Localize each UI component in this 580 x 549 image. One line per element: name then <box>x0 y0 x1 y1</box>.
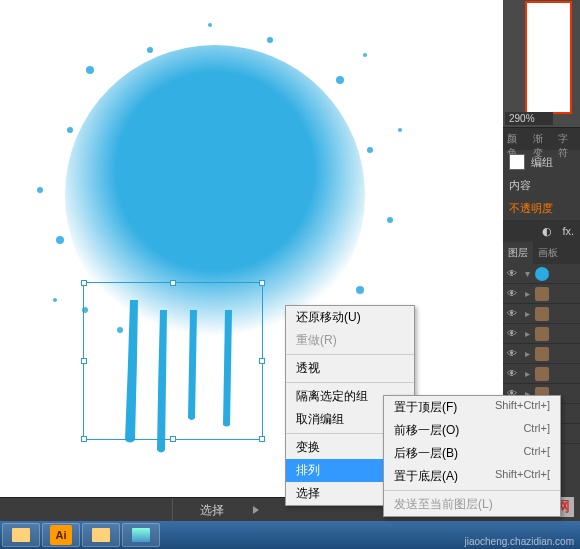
submenu-label: 后移一层(B) <box>394 445 458 462</box>
expand-caret-icon[interactable]: ▸ <box>521 288 533 299</box>
fill-swatch[interactable] <box>509 154 525 170</box>
folder-icon <box>12 528 30 542</box>
expand-caret-icon[interactable]: ▸ <box>521 348 533 359</box>
shortcut-text: Shift+Ctrl+] <box>495 399 550 416</box>
menu-label: 排列 <box>296 463 320 477</box>
menu-label: 变换 <box>296 440 320 454</box>
svg-point-3 <box>147 47 153 53</box>
opacity-icon[interactable]: ◐ <box>542 225 552 238</box>
visibility-toggle-icon[interactable]: 👁 <box>503 288 521 299</box>
menu-label: 选择 <box>296 486 320 500</box>
layer-color-swatch <box>535 307 549 321</box>
svg-point-18 <box>363 53 367 57</box>
layer-row[interactable]: 👁 ▸ <box>503 284 580 304</box>
svg-point-2 <box>86 66 94 74</box>
tab-character[interactable]: 字符 <box>554 128 580 150</box>
svg-point-12 <box>117 327 123 333</box>
shortcut-text: Shift+Ctrl+[ <box>495 468 550 485</box>
illustrator-icon: Ai <box>50 525 72 545</box>
menu-separator <box>384 490 560 491</box>
svg-point-7 <box>387 217 393 223</box>
visibility-toggle-icon[interactable]: 👁 <box>503 268 521 279</box>
tab-artboards[interactable]: 画板 <box>533 242 563 264</box>
submenu-send-to-current-layer: 发送至当前图层(L) <box>384 493 560 516</box>
status-tool-label: 选择 <box>200 502 224 519</box>
svg-point-4 <box>267 37 273 43</box>
layer-row[interactable]: 👁 ▾ <box>503 264 580 284</box>
opacity-row[interactable]: 不透明度 <box>503 197 580 220</box>
tab-color[interactable]: 颜色 <box>503 128 529 150</box>
taskbar-app-illustrator[interactable]: Ai <box>42 523 80 547</box>
svg-point-11 <box>37 187 43 193</box>
layer-color-swatch <box>535 327 549 341</box>
layer-color-swatch <box>535 347 549 361</box>
color-panel-tabs: 颜色 渐变 字符 <box>503 128 580 150</box>
menu-separator <box>286 382 414 383</box>
expand-caret-icon[interactable]: ▾ <box>521 268 533 279</box>
menu-perspective[interactable]: 透视 <box>286 357 414 380</box>
svg-point-0 <box>65 45 365 345</box>
layer-row[interactable]: 👁 ▸ <box>503 324 580 344</box>
layers-panel-tabs: 图层 画板 <box>503 242 580 264</box>
svg-point-10 <box>56 236 64 244</box>
taskbar-app[interactable] <box>122 523 160 547</box>
taskbar-app[interactable] <box>82 523 120 547</box>
menu-separator <box>286 354 414 355</box>
layer-row[interactable]: 👁 ▸ <box>503 344 580 364</box>
submenu-bring-forward[interactable]: 前移一层(O)Ctrl+] <box>384 419 560 442</box>
group-row: 编组 <box>503 150 580 174</box>
visibility-toggle-icon[interactable]: 👁 <box>503 328 521 339</box>
status-dropdown-icon[interactable] <box>253 506 259 514</box>
folder-icon <box>92 528 110 542</box>
status-separator <box>172 498 173 522</box>
watermark-url: jiaocheng.chazidian.com <box>464 536 574 547</box>
svg-point-8 <box>356 286 364 294</box>
visibility-toggle-icon[interactable]: 👁 <box>503 348 521 359</box>
svg-point-14 <box>398 128 402 132</box>
taskbar-app[interactable] <box>2 523 40 547</box>
submenu-label: 发送至当前图层(L) <box>394 496 493 513</box>
svg-point-6 <box>367 147 373 153</box>
content-row[interactable]: 内容 <box>503 174 580 197</box>
arrange-submenu: 置于顶层(F)Shift+Ctrl+] 前移一层(O)Ctrl+] 后移一层(B… <box>383 395 561 517</box>
properties-panel: 编组 内容 不透明度 <box>503 150 580 220</box>
tab-layers[interactable]: 图层 <box>503 242 533 264</box>
menu-undo[interactable]: 还原移动(U) <box>286 306 414 329</box>
navigator-thumbnail[interactable]: 290% <box>503 0 580 128</box>
svg-point-5 <box>336 76 344 84</box>
content-label: 内容 <box>509 178 531 193</box>
svg-point-17 <box>82 307 88 313</box>
shortcut-text: Ctrl+] <box>523 422 550 439</box>
visibility-toggle-icon[interactable]: 👁 <box>503 308 521 319</box>
layer-color-swatch <box>535 367 549 381</box>
layer-row[interactable]: 👁 ▸ <box>503 304 580 324</box>
appearance-bar: ◐ fx. <box>503 220 580 242</box>
shortcut-text: Ctrl+[ <box>523 445 550 462</box>
visibility-toggle-icon[interactable]: 👁 <box>503 368 521 379</box>
menu-redo: 重做(R) <box>286 329 414 352</box>
submenu-send-backward[interactable]: 后移一层(B)Ctrl+[ <box>384 442 560 465</box>
app-icon <box>132 528 150 542</box>
layer-row[interactable]: 👁 ▸ <box>503 364 580 384</box>
submenu-label: 置于顶层(F) <box>394 399 457 416</box>
expand-caret-icon[interactable]: ▸ <box>521 368 533 379</box>
submenu-bring-to-front[interactable]: 置于顶层(F)Shift+Ctrl+] <box>384 396 560 419</box>
expand-caret-icon[interactable]: ▸ <box>521 308 533 319</box>
submenu-send-to-back[interactable]: 置于底层(A)Shift+Ctrl+[ <box>384 465 560 488</box>
submenu-label: 前移一层(O) <box>394 422 459 439</box>
layer-color-swatch <box>535 287 549 301</box>
layer-color-swatch <box>535 267 549 281</box>
svg-point-13 <box>53 298 57 302</box>
opacity-label: 不透明度 <box>509 201 553 216</box>
fx-button[interactable]: fx. <box>562 225 574 237</box>
group-label: 编组 <box>531 155 553 170</box>
navigator-viewport-box[interactable] <box>525 1 572 114</box>
zoom-level[interactable]: 290% <box>505 112 553 125</box>
expand-caret-icon[interactable]: ▸ <box>521 328 533 339</box>
svg-point-15 <box>208 23 212 27</box>
svg-point-1 <box>67 127 73 133</box>
submenu-label: 置于底层(A) <box>394 468 458 485</box>
tab-gradient[interactable]: 渐变 <box>529 128 555 150</box>
